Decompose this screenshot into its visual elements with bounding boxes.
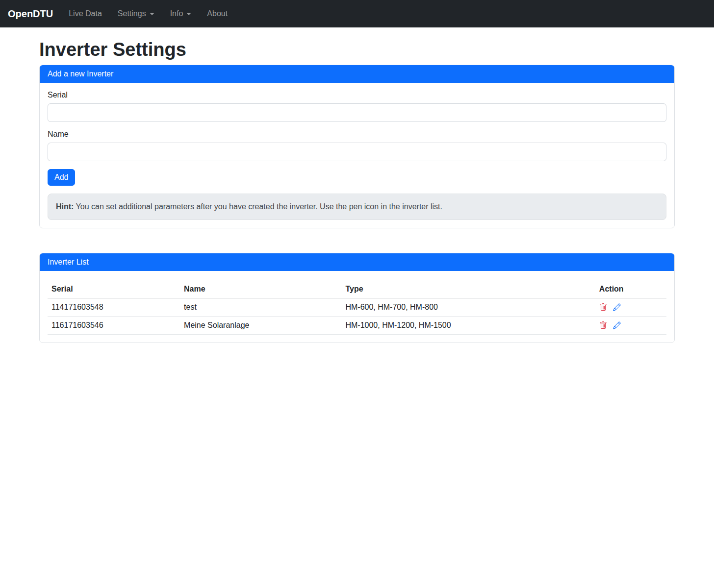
serial-label: Serial bbox=[48, 91, 666, 99]
nav-item-info[interactable]: Info bbox=[162, 5, 200, 22]
table-row: 116171603546 Meine Solaranlage HM-1000, … bbox=[48, 317, 666, 335]
hint-text: You can set additional parameters after … bbox=[74, 202, 442, 211]
inverter-table: Serial Name Type Action 114171603548 tes… bbox=[48, 279, 666, 335]
pencil-icon bbox=[613, 303, 621, 311]
inverter-list-card-body: Serial Name Type Action 114171603548 tes… bbox=[40, 271, 674, 343]
caret-down-icon bbox=[186, 13, 191, 15]
nav-item-settings[interactable]: Settings bbox=[110, 5, 162, 22]
top-navbar: OpenDTU Live Data Settings Info About bbox=[0, 0, 714, 27]
cell-name: test bbox=[180, 298, 341, 317]
add-inverter-card: Add a new Inverter Serial Name Add Hint:… bbox=[39, 65, 675, 228]
nav-item-live-data[interactable]: Live Data bbox=[61, 5, 110, 22]
hint-label: Hint: bbox=[56, 202, 74, 211]
hint-alert: Hint: You can set additional parameters … bbox=[48, 194, 666, 220]
name-input[interactable] bbox=[48, 143, 666, 161]
trash-icon bbox=[599, 303, 607, 311]
cell-name: Meine Solaranlage bbox=[180, 317, 341, 335]
nav-item-label: About bbox=[207, 9, 228, 18]
serial-input[interactable] bbox=[48, 103, 666, 122]
table-row: 114171603548 test HM-600, HM-700, HM-800 bbox=[48, 298, 666, 317]
brand-logo[interactable]: OpenDTU bbox=[8, 8, 53, 20]
edit-inverter-button[interactable] bbox=[613, 303, 621, 311]
nav-item-about[interactable]: About bbox=[199, 5, 235, 22]
cell-type: HM-600, HM-700, HM-800 bbox=[341, 298, 595, 317]
cell-serial: 114171603548 bbox=[48, 298, 180, 317]
cell-action bbox=[595, 298, 666, 317]
inverter-list-card: Inverter List Serial Name Type Action 11… bbox=[39, 253, 675, 343]
column-header-type: Type bbox=[341, 279, 595, 298]
delete-inverter-button[interactable] bbox=[599, 303, 607, 311]
cell-type: HM-1000, HM-1200, HM-1500 bbox=[341, 317, 595, 335]
nav-item-label: Info bbox=[170, 9, 183, 18]
cell-action bbox=[595, 317, 666, 335]
main-container: Inverter Settings Add a new Inverter Ser… bbox=[33, 39, 681, 343]
nav-item-label: Live Data bbox=[69, 9, 102, 18]
add-inverter-card-body: Serial Name Add Hint: You can set additi… bbox=[40, 83, 674, 228]
add-inverter-card-header: Add a new Inverter bbox=[40, 65, 674, 83]
pencil-icon bbox=[613, 321, 621, 329]
caret-down-icon bbox=[150, 13, 154, 15]
edit-inverter-button[interactable] bbox=[613, 321, 621, 329]
trash-icon bbox=[599, 321, 607, 329]
page-title: Inverter Settings bbox=[39, 39, 675, 60]
column-header-serial: Serial bbox=[48, 279, 180, 298]
inverter-list-card-header: Inverter List bbox=[40, 253, 674, 271]
name-label: Name bbox=[48, 130, 666, 139]
table-header-row: Serial Name Type Action bbox=[48, 279, 666, 298]
column-header-action: Action bbox=[595, 279, 666, 298]
column-header-name: Name bbox=[180, 279, 341, 298]
nav-item-label: Settings bbox=[118, 9, 146, 18]
delete-inverter-button[interactable] bbox=[599, 321, 607, 329]
add-button[interactable]: Add bbox=[48, 169, 75, 186]
cell-serial: 116171603546 bbox=[48, 317, 180, 335]
